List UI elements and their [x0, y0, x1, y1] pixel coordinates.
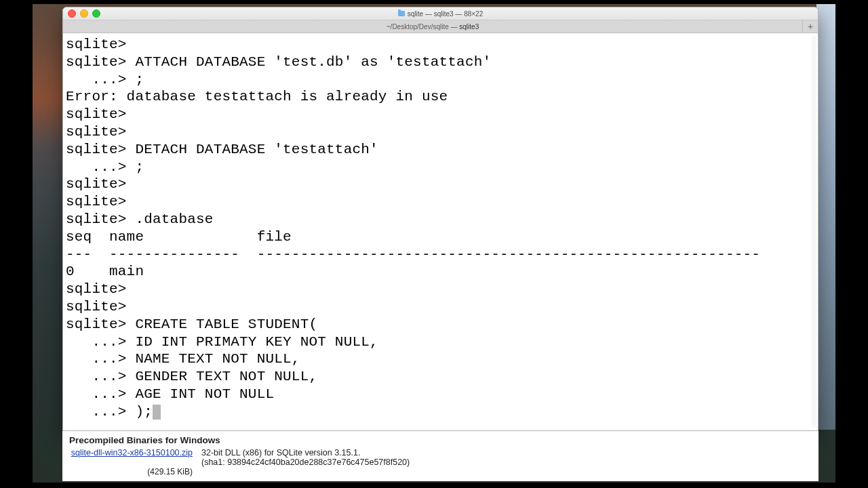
terminal-line: sqlite>	[66, 106, 815, 123]
terminal-line: sqlite>	[66, 193, 815, 211]
terminal-line: sqlite> .database	[66, 211, 815, 228]
terminal-line: sqlite> DETACH DATABASE 'testattach'	[66, 141, 815, 159]
download-link[interactable]: sqlite-dll-win32-x86-3150100.zip	[69, 448, 193, 458]
zoom-icon[interactable]	[92, 9, 100, 18]
tab-path: ~/Desktop/Dev/sqlite —	[387, 23, 460, 30]
terminal-line: sqlite>	[66, 36, 815, 54]
terminal-line: sqlite>	[66, 176, 815, 193]
desktop-wallpaper-right	[816, 4, 835, 430]
new-tab-button[interactable]: +	[802, 20, 818, 33]
terminal-line: Error: database testattach is already in…	[66, 88, 815, 106]
window-title-folder: sqlite	[408, 10, 423, 18]
terminal-line: sqlite>	[66, 298, 815, 316]
cursor	[153, 405, 161, 420]
terminal-line: ...> ID INT PRIMATY KEY NOT NULL,	[66, 333, 815, 351]
terminal-line: 0 main	[66, 263, 815, 281]
screen: sqlite — sqlite3 — 88×22 ~/Desktop/Dev/s…	[0, 0, 868, 488]
terminal-window: sqlite — sqlite3 — 88×22 ~/Desktop/Dev/s…	[62, 7, 818, 431]
minimize-icon[interactable]	[80, 9, 88, 18]
browser-page-section: Precompiled Binaries for Windows sqlite-…	[62, 431, 818, 481]
window-title-rest: — sqlite3 — 88×22	[423, 10, 483, 18]
terminal-line: sqlite> CREATE TABLE STUDENT(	[66, 316, 815, 333]
window-title: sqlite — sqlite3 — 88×22	[63, 10, 818, 18]
tab-process: sqlite3	[459, 23, 479, 30]
scrollbar[interactable]	[812, 36, 816, 428]
terminal-line: sqlite>	[66, 281, 815, 298]
download-size: (429.15 KiB)	[69, 467, 193, 476]
section-heading: Precompiled Binaries for Windows	[69, 435, 812, 445]
folder-icon	[398, 11, 405, 16]
terminal-output: sqlite>sqlite> ATTACH DATABASE 'test.db'…	[66, 36, 815, 421]
terminal-body[interactable]: sqlite>sqlite> ATTACH DATABASE 'test.db'…	[63, 33, 818, 430]
window-titlebar[interactable]: sqlite — sqlite3 — 88×22	[63, 7, 818, 20]
terminal-line: ...> AGE INT NOT NULL	[66, 386, 815, 403]
terminal-line: ...> ;	[66, 159, 815, 176]
close-icon[interactable]	[68, 9, 76, 18]
tab-bar: ~/Desktop/Dev/sqlite — sqlite3 +	[63, 20, 818, 33]
terminal-line: sqlite> ATTACH DATABASE 'test.db' as 'te…	[66, 54, 815, 71]
terminal-line: seq name file	[66, 228, 815, 246]
terminal-line: --- --------------- --------------------…	[66, 246, 815, 264]
window-traffic-lights	[68, 9, 100, 18]
terminal-line: ...> GENDER TEXT NOT NULL,	[66, 368, 815, 386]
terminal-line: ...> );	[66, 403, 815, 421]
terminal-line: ...> ;	[66, 71, 815, 89]
terminal-line: ...> NAME TEXT NOT NULL,	[66, 350, 815, 368]
download-description: 32-bit DLL (x86) for SQLite version 3.15…	[201, 448, 812, 467]
tab-active[interactable]: ~/Desktop/Dev/sqlite — sqlite3	[63, 20, 802, 33]
terminal-line: sqlite>	[66, 123, 815, 141]
